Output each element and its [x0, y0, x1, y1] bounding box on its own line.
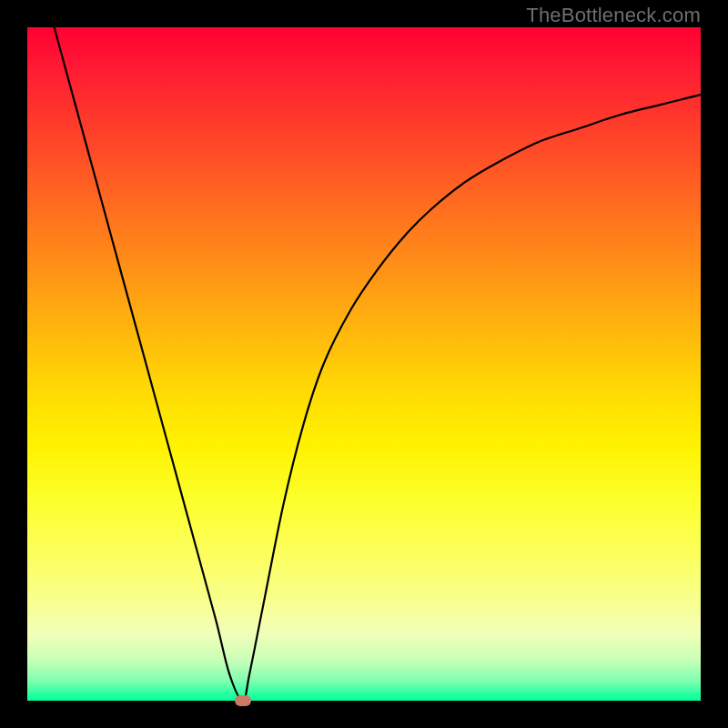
chart-frame: TheBottleneck.com	[0, 0, 728, 728]
optimum-marker	[235, 695, 251, 706]
curve-path	[55, 27, 701, 701]
plot-area	[27, 27, 701, 701]
bottleneck-curve	[27, 27, 701, 701]
attribution-label: TheBottleneck.com	[526, 4, 701, 27]
